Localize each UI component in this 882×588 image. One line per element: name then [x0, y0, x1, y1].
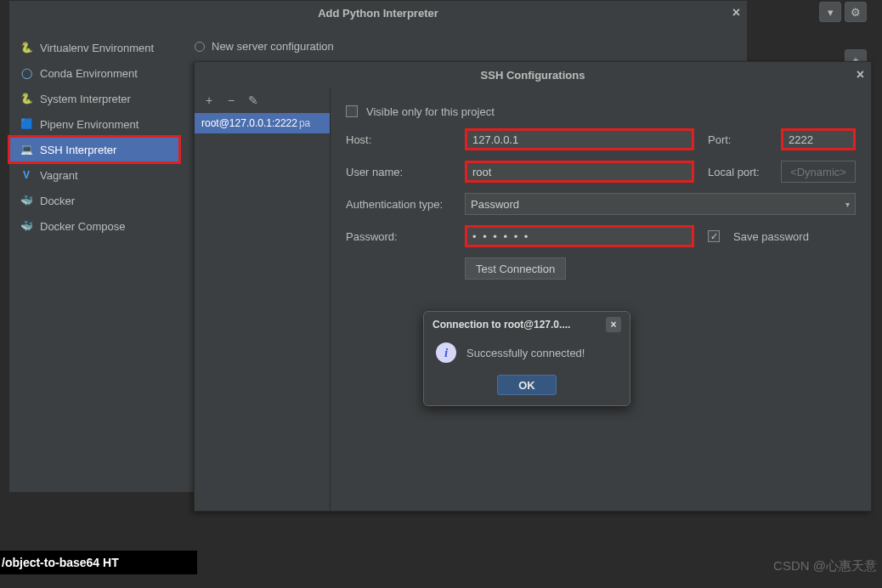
- localport-input[interactable]: [781, 161, 856, 183]
- sidebar-item-docker[interactable]: 🐳 Docker: [9, 188, 179, 213]
- settings-toolbar-btn[interactable]: ⚙: [845, 2, 867, 22]
- sidebar-item-vagrant[interactable]: V Vagrant: [9, 162, 179, 188]
- dialog-titlebar: Add Python Interpreter ×: [9, 1, 747, 25]
- visible-only-checkbox[interactable]: [346, 105, 358, 117]
- connection-success-popup: Connection to root@127.0.... × i Success…: [423, 311, 630, 406]
- conda-icon: ◯: [20, 66, 33, 80]
- visible-only-label: Visible only for this project: [366, 105, 495, 118]
- sidebar-item-label: Conda Environment: [40, 67, 138, 80]
- port-input[interactable]: [781, 128, 856, 150]
- ssh-config-list-panel: + − ✎ root@127.0.0.1:2222 pa: [195, 88, 331, 511]
- authtype-value: Password: [471, 198, 519, 211]
- button-label: OK: [518, 379, 535, 392]
- sidebar-item-docker-compose[interactable]: 🐳 Docker Compose: [9, 213, 179, 239]
- sidebar-item-label: Docker: [40, 195, 75, 207]
- terminal-output: /object-to-base64 HT: [0, 551, 197, 574]
- sidebar-item-label: Docker Compose: [40, 220, 125, 233]
- dropdown-toolbar-btn[interactable]: ▾: [819, 2, 841, 22]
- password-input[interactable]: • • • • • •: [465, 225, 694, 247]
- popup-ok-button[interactable]: OK: [497, 375, 557, 395]
- username-label: User name:: [346, 166, 456, 178]
- sidebar-item-label: SSH Interpreter: [40, 144, 116, 156]
- list-item-tail: pa: [299, 117, 310, 129]
- interpreter-type-sidebar: 🐍 Virtualenv Environment ◯ Conda Environ…: [9, 25, 179, 492]
- dialog-title: Add Python Interpreter: [318, 7, 438, 20]
- username-input[interactable]: [465, 161, 694, 183]
- sidebar-item-virtualenv[interactable]: 🐍 Virtualenv Environment: [9, 35, 179, 60]
- password-mask: • • • • • •: [472, 230, 529, 243]
- sidebar-item-label: Pipenv Environment: [40, 118, 139, 131]
- port-label: Port:: [708, 133, 767, 146]
- popup-message: Successfully connected!: [466, 347, 585, 359]
- new-server-config-label: New server configuration: [212, 40, 334, 53]
- ssh-config-form: Visible only for this project Host: Port…: [331, 88, 871, 511]
- authtype-select[interactable]: Password ▾: [465, 193, 856, 215]
- close-icon: ×: [610, 319, 616, 331]
- sidebar-item-conda[interactable]: ◯ Conda Environment: [9, 60, 179, 86]
- check-icon: ✓: [710, 231, 718, 242]
- test-connection-button[interactable]: Test Connection: [465, 257, 566, 280]
- close-icon[interactable]: ×: [732, 5, 740, 20]
- save-password-label: Save password: [733, 230, 809, 243]
- pipenv-icon: 🟦: [20, 117, 33, 131]
- plus-icon: +: [206, 93, 212, 107]
- sidebar-item-label: System Interpreter: [40, 93, 131, 105]
- sidebar-item-system[interactable]: 🐍 System Interpreter: [9, 86, 179, 111]
- add-config-button[interactable]: +: [203, 94, 215, 106]
- chevron-down-icon: ▾: [845, 200, 850, 209]
- watermark: CSDN @心惠天意: [773, 558, 877, 574]
- python-icon: 🐍: [20, 41, 33, 54]
- pencil-icon: ✎: [248, 93, 258, 107]
- password-label: Password:: [346, 230, 456, 243]
- authtype-label: Authentication type:: [346, 198, 456, 211]
- gear-icon: ⚙: [851, 6, 861, 19]
- python-icon: 🐍: [20, 92, 33, 105]
- minus-icon: −: [228, 93, 235, 107]
- button-label: Test Connection: [476, 263, 555, 275]
- docker-compose-icon: 🐳: [20, 219, 33, 233]
- info-icon: i: [436, 342, 456, 363]
- sidebar-item-ssh[interactable]: 💻 SSH Interpreter: [9, 137, 179, 162]
- host-label: Host:: [346, 133, 456, 146]
- save-password-checkbox[interactable]: ✓: [708, 230, 720, 242]
- ssh-configurations-dialog: SSH Configurations × + − ✎ root@127.0.0.…: [194, 61, 872, 512]
- popup-title: Connection to root@127.0....: [433, 319, 570, 331]
- new-server-radio[interactable]: [195, 42, 205, 52]
- ssh-dialog-titlebar: SSH Configurations ×: [195, 62, 871, 88]
- sidebar-item-pipenv[interactable]: 🟦 Pipenv Environment: [9, 111, 179, 137]
- terminal-text: /object-to-base64 HT: [2, 556, 119, 569]
- localport-label: Local port:: [708, 166, 767, 178]
- list-item-label: root@127.0.0.1:2222: [201, 117, 297, 129]
- ssh-icon: 💻: [20, 143, 33, 156]
- host-input[interactable]: [465, 128, 694, 150]
- close-icon[interactable]: ×: [857, 67, 864, 82]
- edit-config-button[interactable]: ✎: [247, 94, 259, 106]
- docker-icon: 🐳: [20, 194, 33, 207]
- chevron-down-icon: ▾: [828, 6, 834, 19]
- sidebar-item-label: Vagrant: [40, 169, 78, 182]
- ssh-dialog-title: SSH Configurations: [481, 69, 585, 82]
- popup-close-button[interactable]: ×: [606, 317, 621, 332]
- vagrant-icon: V: [20, 168, 33, 182]
- sidebar-item-label: Virtualenv Environment: [40, 42, 154, 54]
- ssh-config-list-item[interactable]: root@127.0.0.1:2222 pa: [195, 113, 330, 133]
- remove-config-button[interactable]: −: [225, 94, 237, 106]
